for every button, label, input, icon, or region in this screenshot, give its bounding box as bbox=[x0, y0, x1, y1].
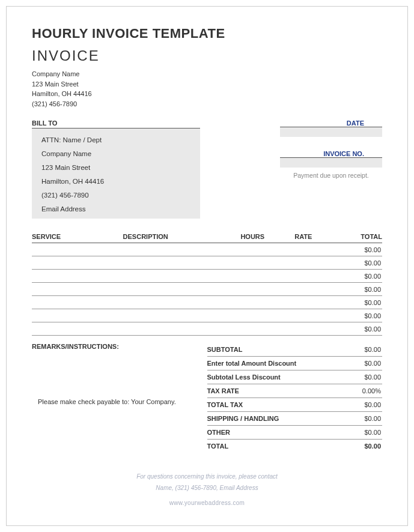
discount-label: Enter total Amount Discount bbox=[207, 360, 297, 367]
table-row: $0.00 bbox=[32, 283, 382, 296]
th-service: SERVICE bbox=[32, 231, 123, 243]
bill-to-attn: ATTN: Name / Dept bbox=[41, 133, 193, 147]
discount-value: $0.00 bbox=[364, 360, 381, 367]
table-row: $0.00 bbox=[32, 270, 382, 283]
payable-note: Please make check payable to: Your Compa… bbox=[32, 398, 207, 405]
subtotal-label: SUBTOTAL bbox=[207, 346, 243, 353]
total-tax-label: TOTAL TAX bbox=[207, 401, 243, 408]
row-total: $0.00 bbox=[330, 283, 382, 296]
footer-line1: For questions concerning this invoice, p… bbox=[32, 471, 382, 482]
row-total: $0.00 bbox=[330, 243, 382, 256]
total-tax-value: $0.00 bbox=[364, 401, 381, 408]
row-total: $0.00 bbox=[330, 309, 382, 322]
bill-to-company: Company Name bbox=[41, 147, 193, 161]
row-total: $0.00 bbox=[330, 296, 382, 309]
subtotal-value: $0.00 bbox=[364, 346, 381, 353]
totals-block: SUBTOTAL$0.00 Enter total Amount Discoun… bbox=[207, 343, 383, 453]
company-phone: (321) 456-7890 bbox=[32, 99, 382, 109]
date-label: DATE bbox=[280, 119, 382, 127]
th-description: DESCRIPTION bbox=[123, 231, 228, 243]
footer-web: www.yourwebaddress.com bbox=[32, 497, 382, 509]
th-total: TOTAL bbox=[330, 231, 382, 243]
tax-rate-label: TAX RATE bbox=[207, 387, 239, 394]
bill-to-email: Email Address bbox=[41, 202, 193, 216]
invoice-no-field[interactable] bbox=[280, 158, 382, 168]
table-row: $0.00 bbox=[32, 296, 382, 309]
bill-to-citystate: Hamilton, OH 44416 bbox=[41, 175, 193, 189]
date-field[interactable] bbox=[280, 127, 382, 137]
bill-to-phone: (321) 456-7890 bbox=[41, 189, 193, 202]
other-label: OTHER bbox=[207, 429, 231, 436]
company-name: Company Name bbox=[32, 69, 382, 79]
other-value: $0.00 bbox=[364, 429, 381, 436]
tax-rate-value: 0.00% bbox=[362, 387, 381, 394]
payment-note: Payment due upon receipt. bbox=[280, 171, 382, 180]
company-street: 123 Main Street bbox=[32, 79, 382, 89]
bill-to-street: 123 Main Street bbox=[41, 161, 193, 175]
page-title: HOURLY INVOICE TEMPLATE bbox=[32, 26, 382, 41]
invoice-no-label: INVOICE NO. bbox=[280, 150, 382, 158]
bill-to-label: BILL TO bbox=[32, 119, 200, 127]
invoice-heading: INVOICE bbox=[32, 47, 382, 64]
bill-to-box: ATTN: Name / Dept Company Name 123 Main … bbox=[32, 128, 200, 219]
shipping-value: $0.00 bbox=[364, 415, 381, 422]
total-label: TOTAL bbox=[207, 443, 229, 450]
table-row: $0.00 bbox=[32, 243, 382, 256]
table-row: $0.00 bbox=[32, 322, 382, 336]
services-table: SERVICE DESCRIPTION HOURS RATE TOTAL $0.… bbox=[32, 231, 382, 336]
table-row: $0.00 bbox=[32, 256, 382, 270]
less-discount-label: Subtotal Less Discount bbox=[207, 373, 281, 381]
row-total: $0.00 bbox=[330, 322, 382, 336]
company-citystate: Hamilton, OH 44416 bbox=[32, 89, 382, 99]
footer: For questions concerning this invoice, p… bbox=[32, 471, 382, 509]
less-discount-value: $0.00 bbox=[364, 373, 381, 381]
row-total: $0.00 bbox=[330, 256, 382, 270]
company-info: Company Name 123 Main Street Hamilton, O… bbox=[32, 69, 382, 109]
th-hours: HOURS bbox=[228, 231, 277, 243]
total-value: $0.00 bbox=[364, 443, 381, 450]
th-rate: RATE bbox=[277, 231, 329, 243]
invoice-page: HOURLY INVOICE TEMPLATE INVOICE Company … bbox=[6, 6, 408, 526]
row-total: $0.00 bbox=[330, 270, 382, 283]
footer-line2: Name, (321) 456-7890, Email Address bbox=[32, 482, 382, 494]
remarks-label: REMARKS/INSTRUCTIONS: bbox=[32, 343, 207, 350]
table-row: $0.00 bbox=[32, 309, 382, 322]
shipping-label: SHIPPING / HANDLING bbox=[207, 415, 279, 422]
